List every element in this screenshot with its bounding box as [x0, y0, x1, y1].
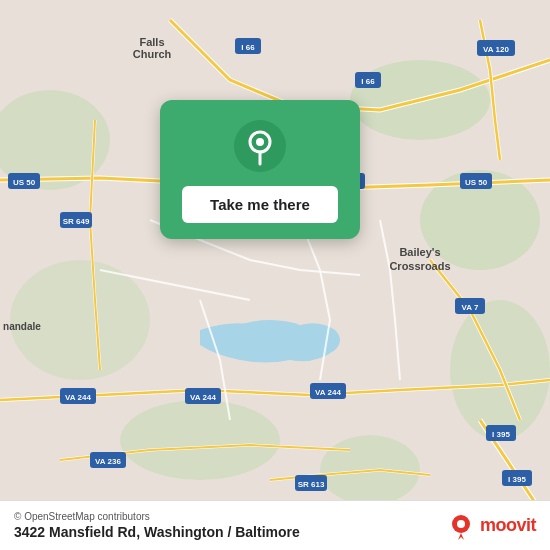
address-text: 3422 Mansfield Rd, Washington / Baltimor…	[14, 524, 300, 540]
svg-text:SR 649: SR 649	[63, 217, 90, 226]
moovit-logo-icon	[447, 512, 475, 540]
svg-point-46	[256, 138, 264, 146]
svg-text:Church: Church	[133, 48, 172, 60]
svg-text:US 50: US 50	[465, 178, 488, 187]
svg-point-8	[225, 320, 315, 360]
svg-text:Falls: Falls	[139, 36, 164, 48]
svg-text:VA 244: VA 244	[190, 393, 216, 402]
svg-text:nandale: nandale	[3, 321, 41, 332]
svg-text:I 395: I 395	[492, 430, 510, 439]
svg-text:Crossroads: Crossroads	[389, 260, 450, 272]
svg-text:VA 244: VA 244	[315, 388, 341, 397]
svg-text:I 395: I 395	[508, 475, 526, 484]
svg-text:SR 613: SR 613	[298, 480, 325, 489]
copyright-text: © OpenStreetMap contributors	[14, 511, 300, 522]
take-me-there-button[interactable]: Take me there	[182, 186, 338, 223]
svg-text:Bailey's: Bailey's	[399, 246, 440, 258]
location-pin-icon	[234, 120, 286, 172]
svg-text:VA 236: VA 236	[95, 457, 121, 466]
svg-text:VA 120: VA 120	[483, 45, 509, 54]
svg-point-48	[457, 520, 465, 528]
svg-text:I 66: I 66	[241, 43, 255, 52]
svg-text:VA 7: VA 7	[462, 303, 479, 312]
svg-point-5	[10, 260, 150, 380]
map-background: I 66 I 66 US 50 US 50 US 50 SR 649 VA 24…	[0, 0, 550, 550]
svg-point-6	[120, 400, 280, 480]
moovit-logo: moovit	[447, 512, 536, 540]
location-card: Take me there	[160, 100, 360, 239]
svg-text:US 50: US 50	[13, 178, 36, 187]
bottom-bar: © OpenStreetMap contributors 3422 Mansfi…	[0, 500, 550, 550]
svg-text:I 66: I 66	[361, 77, 375, 86]
bottom-left: © OpenStreetMap contributors 3422 Mansfi…	[14, 511, 300, 540]
svg-text:VA 244: VA 244	[65, 393, 91, 402]
moovit-brand-text: moovit	[480, 515, 536, 536]
map-container: I 66 I 66 US 50 US 50 US 50 SR 649 VA 24…	[0, 0, 550, 550]
